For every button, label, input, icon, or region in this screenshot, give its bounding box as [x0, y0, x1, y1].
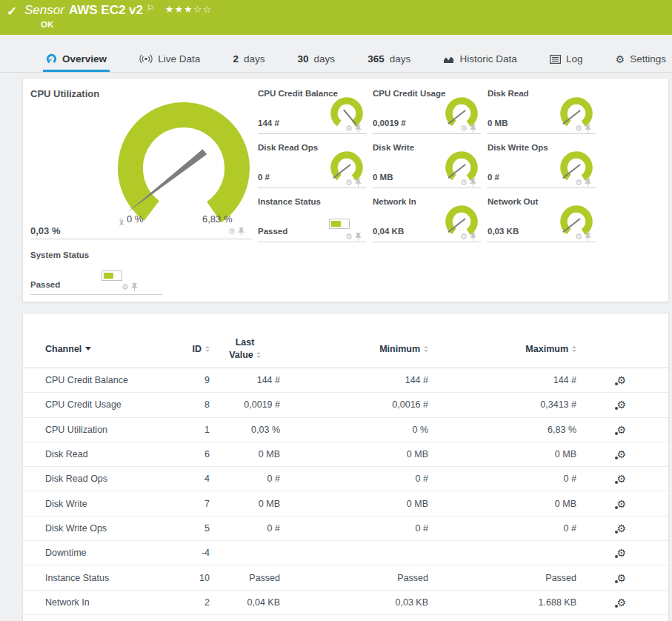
- channel-settings-icon[interactable]: ⚙: [616, 573, 626, 583]
- gear-icon[interactable]: ⚙: [575, 179, 582, 187]
- channel-settings-icon[interactable]: ⚙: [616, 474, 626, 484]
- tab-label: days: [390, 53, 411, 64]
- table-row-network-in: Network In20,04 KB0,03 KB1.688 KB⚙: [23, 591, 668, 615]
- gear-icon[interactable]: ⚙: [228, 228, 236, 236]
- gear-icon[interactable]: ⚙: [345, 179, 353, 187]
- divider: [30, 239, 253, 239]
- pin-icon[interactable]: [355, 179, 362, 187]
- row-actions: ⚙: [576, 375, 650, 385]
- channel-settings-icon[interactable]: ⚙: [616, 523, 626, 534]
- channel-cell-instance-status[interactable]: Instance StatusPassed⚙: [256, 194, 367, 248]
- pin-icon[interactable]: [131, 283, 138, 291]
- channel-settings-icon[interactable]: ⚙: [616, 399, 626, 410]
- row-actions: ⚙: [576, 548, 650, 558]
- channel-cell-disk-write[interactable]: Disk Write0 MB⚙: [371, 140, 482, 194]
- pin-icon[interactable]: [585, 124, 591, 133]
- table-row-cpu-utilization: CPU Utilization10,03 %0 %6,83 %⚙: [23, 418, 668, 442]
- cell-value: 144 #: [428, 375, 576, 385]
- cell-actions: ⚙: [345, 124, 362, 133]
- cell-value: 0,0019 #: [210, 399, 280, 410]
- gear-icon[interactable]: ⚙: [345, 124, 353, 133]
- pin-icon[interactable]: [585, 233, 591, 241]
- cell-title: Network Out: [488, 197, 538, 206]
- table-row-disk-write-ops: Disk Write Ops50 #0 #0 #⚙: [23, 517, 668, 541]
- channel-cell-network-out[interactable]: Network Out0,03 KB⚙: [486, 194, 597, 248]
- cell-actions: ⚙: [345, 233, 362, 241]
- divider: [258, 242, 366, 242]
- pin-icon[interactable]: [470, 233, 476, 241]
- channel-cell-disk-read[interactable]: Disk Read0 MB⚙: [486, 86, 597, 140]
- divider: [373, 133, 481, 134]
- channel-cell-disk-write-ops[interactable]: Disk Write Ops0 #⚙: [486, 140, 597, 194]
- channel-name: Disk Read: [45, 449, 179, 459]
- cell-value: 0 #: [428, 474, 576, 484]
- tab-label: days: [314, 53, 336, 64]
- gear-icon[interactable]: ⚙: [345, 233, 353, 241]
- column-header-last-value[interactable]: Last Value: [210, 336, 280, 361]
- channel-settings-icon[interactable]: ⚙: [616, 597, 626, 608]
- cell-value: 9: [179, 375, 210, 385]
- cell-title: Disk Write Ops: [488, 143, 548, 152]
- channel-settings-icon[interactable]: ⚙: [616, 499, 626, 509]
- channel-settings-icon[interactable]: ⚙: [616, 548, 626, 558]
- cell-value: 0 MB: [488, 119, 508, 127]
- channel-cell-network-in[interactable]: Network In0,04 KB⚙: [371, 194, 482, 248]
- table-row-disk-write: Disk Write70 MB0 MB0 MB⚙: [23, 491, 668, 516]
- table-header-row: Channel ID Last Value Minimum Maximum: [23, 330, 668, 368]
- column-header-channel[interactable]: Channel: [45, 344, 179, 354]
- column-header-maximum[interactable]: Maximum: [428, 344, 576, 354]
- row-actions: ⚙: [576, 573, 650, 583]
- flag-icon: ⚐: [147, 3, 155, 13]
- row-actions: ⚙: [576, 474, 650, 484]
- column-header-id[interactable]: ID: [179, 344, 210, 354]
- row-actions: ⚙: [576, 425, 650, 435]
- gear-icon[interactable]: ⚙: [122, 283, 129, 291]
- gear-icon: ⚙: [616, 54, 625, 64]
- gear-icon[interactable]: ⚙: [575, 124, 582, 133]
- column-header-minimum[interactable]: Minimum: [280, 344, 428, 354]
- pin-icon[interactable]: [585, 179, 591, 187]
- channel-cell-cpu-credit-usage[interactable]: CPU Credit Usage0,0019 #⚙: [371, 86, 482, 140]
- priority-stars[interactable]: ★★★☆☆: [165, 4, 212, 15]
- row-actions: ⚙: [576, 523, 650, 534]
- channel-cell-cpu-credit-balance[interactable]: CPU Credit Balance144 #⚙: [256, 86, 367, 140]
- tab-365-days[interactable]: 365days: [365, 47, 413, 72]
- pin-icon[interactable]: [355, 233, 362, 241]
- tab-overview[interactable]: Overview: [43, 47, 110, 72]
- gear-icon[interactable]: ⚙: [460, 124, 468, 133]
- channel-settings-icon[interactable]: ⚙: [616, 449, 626, 459]
- channel-settings-icon[interactable]: ⚙: [616, 425, 626, 435]
- channel-settings-icon[interactable]: ⚙: [616, 375, 626, 385]
- pin-icon[interactable]: [470, 179, 476, 187]
- gear-icon[interactable]: ⚙: [460, 179, 468, 187]
- channel-name: CPU Utilization: [45, 425, 179, 435]
- channel-cell-disk-read-ops[interactable]: Disk Read Ops0 #⚙: [256, 140, 367, 194]
- pin-icon[interactable]: [238, 228, 244, 236]
- pin-icon[interactable]: [355, 124, 362, 133]
- tab-log[interactable]: Log: [547, 47, 586, 72]
- sort-icon: [572, 346, 576, 352]
- tab-2-days[interactable]: 2days: [230, 47, 267, 72]
- cell-value: 144 #: [280, 375, 428, 385]
- channel-name: Downtime: [45, 548, 179, 558]
- tab-number: 365: [367, 53, 385, 64]
- tab-settings[interactable]: ⚙Settings: [613, 47, 669, 72]
- tab-30-days[interactable]: 30days: [295, 47, 339, 72]
- cell-value: 4: [179, 474, 210, 484]
- tab-number: 30: [298, 53, 309, 64]
- cell-value: 0 #: [210, 474, 280, 484]
- cell-value: 5: [179, 523, 210, 534]
- gear-icon[interactable]: ⚙: [575, 233, 582, 241]
- channel-name: Disk Read Ops: [45, 474, 179, 484]
- tab-live-data[interactable]: Live Data: [136, 47, 203, 72]
- pin-icon[interactable]: [470, 124, 476, 133]
- channel-name: CPU Credit Usage: [45, 399, 179, 410]
- cell-value: 144 #: [210, 375, 280, 385]
- cell-title: Instance Status: [258, 197, 321, 206]
- tab-historic-data[interactable]: Historic Data: [440, 47, 519, 72]
- gear-icon[interactable]: ⚙: [460, 233, 468, 241]
- stars-filled: ★★★: [165, 4, 193, 15]
- cell-value: -4: [179, 548, 210, 558]
- sensor-header: ✓ SensorAWS EC2 v2⚐★★★☆☆ OK: [0, 0, 672, 35]
- cell-actions: ⚙: [460, 124, 476, 133]
